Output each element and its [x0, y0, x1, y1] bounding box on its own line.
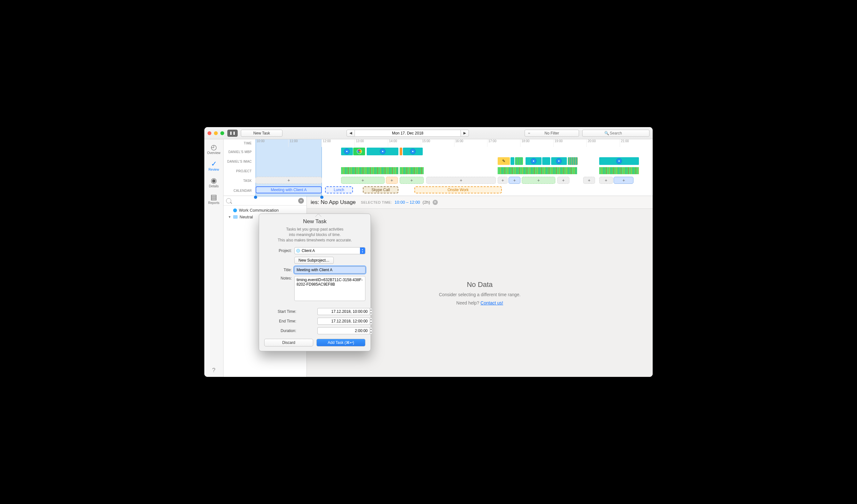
project-label: Neutral: [239, 215, 253, 219]
app-block[interactable]: [341, 148, 353, 155]
track-calendar[interactable]: Meeting with Client A Lunch Skype Call O…: [255, 185, 653, 196]
discard-button[interactable]: Discard: [264, 339, 313, 347]
track-task[interactable]: + + + + + + + + + + + +: [255, 176, 653, 185]
safari-icon: [616, 158, 622, 164]
project-select[interactable]: Client A ▴▾: [294, 247, 365, 254]
task-add-slot[interactable]: +: [583, 177, 595, 184]
zoom-icon[interactable]: [220, 131, 224, 135]
filter-dropdown[interactable]: ⫧ No Filter: [525, 130, 579, 137]
task-add-slot[interactable]: +: [557, 177, 569, 184]
chevron-updown-icon: ▴▾: [360, 248, 365, 254]
stepper-icon[interactable]: ▲▼: [370, 327, 372, 334]
new-task-popover: New Task Tasks let you group past activi…: [259, 214, 371, 351]
end-time-input[interactable]: ▲▼: [317, 318, 365, 325]
start-time-field[interactable]: [317, 308, 370, 315]
task-add-slot[interactable]: +: [508, 177, 520, 184]
hour-label: 13:00: [354, 139, 387, 147]
app-block[interactable]: [542, 157, 550, 165]
search-field[interactable]: 🔍: [582, 130, 650, 137]
hour-label: 14:00: [388, 139, 421, 147]
search-input[interactable]: [583, 130, 649, 136]
time-ruler[interactable]: 10:00 11:00 12:00 13:00 14:00 15:00 16:0…: [255, 139, 653, 147]
close-icon[interactable]: [207, 131, 212, 135]
add-project-button[interactable]: +: [298, 198, 304, 204]
calendar-event[interactable]: Lunch: [325, 186, 353, 194]
start-time-input[interactable]: ▲▼: [317, 308, 365, 315]
sidebar-item-details[interactable]: ◉Details: [206, 175, 222, 190]
window-controls: [207, 131, 224, 135]
new-subproject-button[interactable]: New Subproject…: [294, 257, 334, 264]
track-imac[interactable]: ✎: [255, 156, 653, 166]
project-search[interactable]: +: [223, 196, 306, 205]
current-date[interactable]: Mon 17. Dec 2018: [355, 130, 460, 137]
sidebar-item-overview[interactable]: ◴Overview: [206, 142, 222, 156]
add-task-button[interactable]: Add Task (⌘↩︎): [316, 339, 365, 347]
app-block[interactable]: ✎: [498, 157, 509, 165]
task-title-input[interactable]: [294, 266, 365, 273]
hour-label: 19:00: [553, 139, 586, 147]
project-block[interactable]: [400, 167, 423, 174]
app-block[interactable]: [510, 157, 514, 165]
app-block[interactable]: [568, 157, 578, 165]
project-block[interactable]: [341, 167, 399, 174]
selected-time-value: 10:00 – 12:00: [394, 200, 420, 205]
app-block[interactable]: [400, 148, 402, 155]
filter-label: No Filter: [525, 131, 579, 135]
row-label-task: TASK: [223, 179, 255, 183]
task-add-slot[interactable]: +: [522, 177, 555, 184]
app-block[interactable]: [599, 157, 639, 165]
app-block[interactable]: [353, 148, 365, 155]
safari-icon: [556, 158, 562, 164]
task-add-slot[interactable]: +: [599, 177, 613, 184]
project-search-input[interactable]: [233, 199, 296, 203]
stepper-icon[interactable]: ▲▼: [370, 318, 372, 325]
track-mbp[interactable]: [255, 147, 653, 156]
app-block[interactable]: [403, 148, 423, 155]
clear-selection-button[interactable]: ✕: [433, 200, 438, 205]
task-add-slot[interactable]: +: [614, 177, 634, 184]
toggle-sidebar-button[interactable]: [228, 130, 238, 137]
stepper-icon[interactable]: ▲▼: [370, 308, 372, 315]
duration-field[interactable]: [317, 327, 370, 334]
end-time-field[interactable]: [317, 318, 370, 325]
sidebar-item-review[interactable]: ✓Review: [206, 158, 222, 173]
new-task-button[interactable]: New Task: [241, 130, 283, 137]
duration-input[interactable]: ▲▼: [317, 327, 365, 334]
minimize-icon[interactable]: [214, 131, 218, 135]
project-label: Work Communication: [239, 208, 279, 213]
tool-icon: ✎: [502, 159, 505, 163]
app-block[interactable]: [525, 157, 541, 165]
hour-label: 20:00: [586, 139, 619, 147]
contact-link[interactable]: Contact us!: [481, 300, 503, 305]
calendar-event[interactable]: Onsite Work: [415, 186, 502, 194]
detail-header: ies: No App Usage SELECTED TIME: 10:00 –…: [307, 196, 653, 209]
track-project[interactable]: [255, 166, 653, 176]
help-button[interactable]: ?: [212, 367, 215, 374]
start-time-label: Start Time:: [264, 309, 296, 314]
app-block[interactable]: [515, 157, 523, 165]
hour-label: 16:00: [454, 139, 487, 147]
task-add-slot[interactable]: +: [255, 177, 322, 184]
nav-sidebar: ◴Overview ✓Review ◉Details ▤Reports ?: [204, 139, 223, 377]
task-add-slot[interactable]: +: [386, 177, 398, 184]
disclosure-icon[interactable]: ▼: [228, 215, 231, 219]
hour-label: 11:00: [288, 139, 321, 147]
calendar-event[interactable]: Skype Call: [363, 186, 399, 194]
app-block[interactable]: [551, 157, 567, 165]
app-block[interactable]: [367, 148, 398, 155]
task-add-slot[interactable]: +: [341, 177, 385, 184]
project-subitem[interactable]: Work Communication: [223, 207, 306, 214]
sidebar-item-reports[interactable]: ▤Reports: [206, 192, 222, 206]
prev-day-button[interactable]: ◀: [347, 130, 355, 137]
project-block[interactable]: [498, 167, 577, 174]
task-add-slot[interactable]: +: [400, 177, 423, 184]
calendar-event[interactable]: Meeting with Client A: [255, 186, 322, 194]
color-dot-icon: [296, 249, 300, 253]
clipboard-icon: ▤: [206, 194, 222, 201]
task-notes-input[interactable]: [294, 276, 365, 301]
safari-icon: [531, 158, 536, 164]
task-add-slot[interactable]: +: [426, 177, 496, 184]
next-day-button[interactable]: ▶: [460, 130, 469, 137]
project-block[interactable]: [599, 167, 639, 174]
task-add-slot[interactable]: +: [498, 177, 508, 184]
